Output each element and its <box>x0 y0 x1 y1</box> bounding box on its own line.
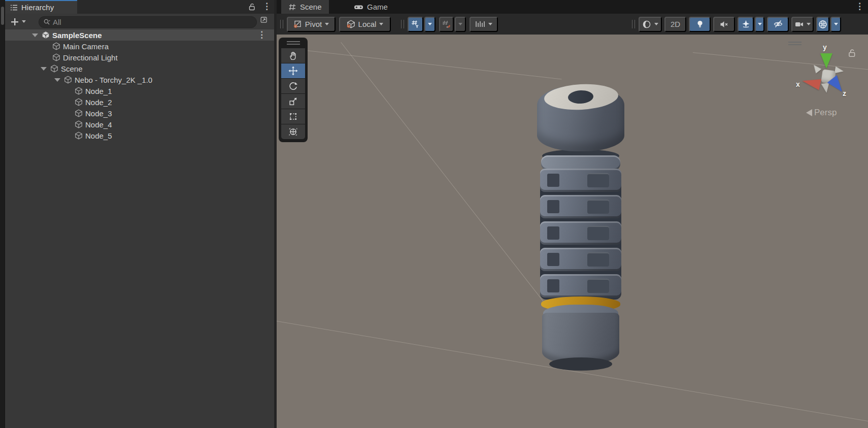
hierarchy-search-field[interactable] <box>39 16 257 28</box>
maximize-icon[interactable] <box>260 16 268 24</box>
scene-toolbar: Pivot Local <box>277 14 868 35</box>
gameobject-cube-icon <box>52 53 60 61</box>
scene-visibility-toggle[interactable] <box>767 17 789 32</box>
gameobject-cube-icon <box>75 109 83 117</box>
search-icon <box>43 18 51 26</box>
scrollbar-thumb[interactable] <box>1 7 4 25</box>
rect-tool[interactable] <box>281 109 305 124</box>
tab-game[interactable]: Game <box>347 0 395 14</box>
gameobject-cube-icon <box>75 87 83 95</box>
tab-hierarchy[interactable]: Hierarchy <box>5 0 77 14</box>
tree-row-main-camera[interactable]: Main Camera <box>5 41 274 52</box>
grid-visibility-toggle[interactable] <box>408 17 423 32</box>
tree-row-node-1[interactable]: Node_1 <box>5 85 274 96</box>
tree-item-label: Node_1 <box>85 87 112 95</box>
move-icon <box>288 66 298 76</box>
rect-icon <box>288 112 298 121</box>
gizmo-lock-icon[interactable] <box>847 48 856 57</box>
hierarchy-menu-icon[interactable]: ⋮ <box>262 2 271 11</box>
hierarchy-panel: Hierarchy ⋮ <box>5 0 274 428</box>
torch-rib <box>540 169 621 192</box>
torch-rib <box>540 274 621 298</box>
grid-line <box>279 47 562 79</box>
gizmos-toggle[interactable] <box>816 17 829 32</box>
camera-icon <box>795 20 804 28</box>
ruler-icon <box>475 20 485 28</box>
search-input[interactable] <box>53 18 252 26</box>
foldout-icon[interactable] <box>54 78 60 82</box>
scene-viewport[interactable]: y x z Persp <box>277 35 868 428</box>
torch-rib <box>540 195 621 218</box>
gameobject-cube-icon <box>64 76 72 84</box>
scene-menu-icon[interactable]: ⋮ <box>855 2 864 11</box>
scene-context-menu-icon[interactable]: ⋮ <box>257 30 266 39</box>
2d-toggle[interactable]: 2D <box>664 17 686 32</box>
tree-item-label: Nebo - Torchy_2K _1.0 <box>75 76 152 84</box>
gizmos-dropdown-button[interactable] <box>830 17 841 32</box>
2d-label: 2D <box>671 20 680 28</box>
tree-row-node-4[interactable]: Node_4 <box>5 119 274 130</box>
snap-toggle[interactable] <box>439 17 454 32</box>
pivot-label: Pivot <box>305 20 322 28</box>
local-space-button[interactable]: Local <box>339 17 391 32</box>
hierarchy-searchrow <box>5 14 274 30</box>
tree-row-directional-light[interactable]: Directional Light <box>5 52 274 63</box>
lock-icon[interactable] <box>248 3 256 11</box>
transform-icon <box>288 127 298 137</box>
game-tab-label: Game <box>367 3 388 11</box>
view-hand-tool[interactable] <box>281 48 305 63</box>
effects-toggle[interactable] <box>738 17 754 32</box>
grid-dropdown-button[interactable] <box>424 17 436 32</box>
gizmo-x-axis-handle[interactable] <box>801 75 821 90</box>
local-cube-icon <box>347 20 355 28</box>
toolbar-drag-handle[interactable] <box>280 20 283 28</box>
lighting-toggle[interactable] <box>689 17 711 32</box>
shading-sphere-icon <box>642 20 651 29</box>
tree-row-node-2[interactable]: Node_2 <box>5 96 274 108</box>
tree-item-label: Main Camera <box>63 42 109 51</box>
gameobject-cube-icon <box>75 120 83 128</box>
pivot-mode-button[interactable]: Pivot <box>287 17 336 32</box>
rotate-tool[interactable] <box>281 79 305 93</box>
gameobject-cube-icon <box>52 42 60 50</box>
grid-line <box>341 42 547 307</box>
local-dropdown-caret <box>379 23 383 25</box>
increment-dropdown-caret <box>488 23 492 25</box>
grid-y-icon <box>411 20 420 28</box>
toolbar-drag-handle[interactable] <box>401 20 404 28</box>
add-gameobject-button[interactable] <box>8 16 30 27</box>
foldout-icon[interactable] <box>41 67 47 71</box>
tree-item-label: Directional Light <box>63 53 118 62</box>
overlay-drag-handle[interactable] <box>287 41 300 45</box>
tree-row-samplescene[interactable]: SampleScene ⋮ <box>5 29 274 41</box>
snap-dropdown-caret <box>458 23 462 25</box>
effects-dropdown-button[interactable] <box>755 17 764 32</box>
tree-row-scene[interactable]: Scene <box>5 63 274 74</box>
tree-row-node-5[interactable]: Node_5 <box>5 130 274 141</box>
gizmo-axis-handle-grey[interactable] <box>834 67 844 75</box>
foldout-icon[interactable] <box>32 34 38 37</box>
gizmo-y-axis-handle[interactable] <box>820 53 832 69</box>
torch-bottom-cap <box>549 357 612 371</box>
audio-mute-toggle[interactable] <box>713 17 735 32</box>
gizmo-drag-handle[interactable] <box>788 42 802 45</box>
transform-tool[interactable] <box>281 124 305 139</box>
scale-tool[interactable] <box>281 94 305 109</box>
shading-mode-button[interactable] <box>639 17 662 32</box>
toolbar-drag-handle[interactable] <box>632 20 635 28</box>
tree-item-label: Node_3 <box>85 109 112 118</box>
move-tool[interactable] <box>281 63 305 78</box>
effects-dropdown-caret <box>758 23 762 25</box>
gizmos-sphere-icon <box>818 20 827 29</box>
gamepad-icon <box>354 3 363 11</box>
tree-item-label: Scene <box>61 64 83 73</box>
camera-settings-button[interactable] <box>791 17 814 32</box>
torch-model[interactable] <box>537 84 624 372</box>
snap-dropdown-button[interactable] <box>455 17 466 32</box>
tree-row-nebo-torchy[interactable]: Nebo - Torchy_2K _1.0 <box>5 74 274 85</box>
tab-scene[interactable]: Scene <box>281 0 329 14</box>
rotate-icon <box>288 81 298 91</box>
projection-mode-control[interactable]: Persp <box>806 108 837 118</box>
snap-increment-button[interactable] <box>470 17 498 32</box>
tree-row-node-3[interactable]: Node_3 <box>5 108 274 119</box>
